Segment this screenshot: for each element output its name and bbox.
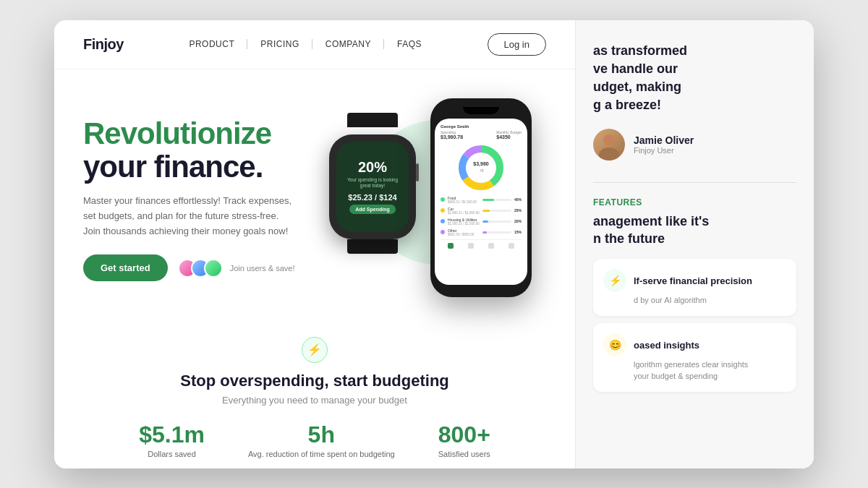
hero-title: Revolutionize your finance. (83, 117, 315, 184)
nav-company[interactable]: COMPANY (312, 39, 384, 49)
author-avatar (593, 129, 625, 160)
donut-chart-container: $3,980 .78 (441, 142, 522, 193)
budget-item: Car $1,860.21 / $1,800.00 25% (441, 207, 522, 215)
testimonial-author: Jamie Oliver Finjoy User (593, 129, 796, 160)
hero-text: Revolutionize your finance. Master your … (83, 117, 315, 282)
stat-number-hours: 5h (248, 423, 395, 446)
feature-card-2-header: 😊 oased insights (603, 333, 786, 356)
watch-crown (416, 163, 419, 181)
svg-point-7 (603, 134, 615, 146)
phone-user: George Smith (441, 124, 522, 129)
feature-card-1-title: lf-serve financial precision (634, 275, 752, 286)
feature-card-2-desc: lgorithm generates clear insightsyour bu… (603, 359, 786, 382)
hero-avatars: Join users & save! (178, 259, 295, 278)
phone-notch (463, 107, 499, 114)
stat-label-users: Satisfied users (438, 449, 490, 460)
author-role: Finjoy User (634, 146, 694, 155)
stats-section: ⚡ Stop overspending, start budgeting Eve… (54, 322, 575, 468)
watch-message: Your spending is looking great today! (342, 177, 403, 189)
nav-faqs[interactable]: FAQS (384, 39, 435, 49)
watch-band-top (347, 113, 398, 127)
nav-product[interactable]: PRODUCT (176, 39, 247, 49)
watch-percent: 20% (358, 159, 387, 176)
stats-icon: ⚡ (302, 337, 328, 363)
phone-device: George Smith Spending $3,980.78 Monthly … (430, 98, 542, 301)
phone-nav-chart (488, 243, 494, 249)
stat-number-dollars: $5.1m (139, 423, 205, 446)
features-label: Features (593, 197, 796, 207)
feature-card-1: ⚡ lf-serve financial precision d by our … (593, 259, 796, 316)
stat-label-dollars: Dollars saved (139, 449, 205, 460)
svg-point-8 (599, 147, 619, 160)
nav-pricing[interactable]: PRICING (247, 39, 312, 49)
stat-label-hours: Avg. reduction of time spent on budgetin… (248, 449, 395, 460)
testimonial-text: as transformedve handle ourudget, making… (593, 42, 796, 115)
watch-amount: $25.23 / $124 (348, 193, 396, 202)
feature-card-2: 😊 oased insights lgorithm generates clea… (593, 323, 796, 392)
main-content: Finjoy PRODUCT PRICING COMPANY FAQS Log … (54, 20, 575, 468)
phone-body: George Smith Spending $3,980.78 Monthly … (430, 98, 532, 297)
feature-icon-2: 😊 (603, 333, 626, 356)
stat-dollars: $5.1m Dollars saved (139, 423, 205, 460)
stats-subtitle: Everything you need to manage your budge… (83, 395, 546, 406)
feature-icon-1: ⚡ (603, 269, 626, 292)
feature-card-1-header: ⚡ lf-serve financial precision (603, 269, 786, 292)
svg-text:$3,980: $3,980 (473, 161, 489, 167)
donut-chart-svg: $3,980 .78 (456, 142, 506, 193)
watch-band-bottom (347, 239, 398, 254)
get-started-button[interactable]: Get started (83, 254, 168, 281)
author-info: Jamie Oliver Finjoy User (634, 134, 694, 155)
budget-items: Food $568.21 / $1,500.00 40% Car $1,860.… (441, 196, 522, 236)
phone-nav-home (448, 243, 454, 249)
nav-links: PRODUCT PRICING COMPANY FAQS (176, 39, 435, 49)
stats-title: Stop overspending, start budgeting (83, 372, 546, 390)
features-title: anagement like it'sn the future (593, 213, 796, 247)
watch-add-button: Add Spending (349, 205, 395, 214)
budget-item: Other $501.54 / $550.00 15% (441, 228, 522, 236)
join-text: Join users & save! (230, 264, 295, 273)
logo: Finjoy (83, 36, 124, 53)
browser-window: Finjoy PRODUCT PRICING COMPANY FAQS Log … (54, 20, 814, 468)
budget-item: Food $568.21 / $1,500.00 40% (441, 196, 522, 204)
phone-nav-list (468, 243, 474, 249)
watch-screen: 20% Your spending is looking great today… (336, 142, 409, 232)
stat-hours: 5h Avg. reduction of time spent on budge… (248, 423, 395, 460)
hero-devices: 20% Your spending is looking great today… (315, 91, 546, 308)
spending-info: Spending $3,980.78 (441, 130, 463, 140)
budget-info: Monthly Budget $4350 (496, 130, 522, 140)
right-panel: as transformedve handle ourudget, making… (575, 20, 814, 468)
hero-subtitle: Master your finances effortlessly! Track… (83, 194, 293, 239)
hero-cta: Get started Join users & save! (83, 254, 315, 281)
feature-card-2-title: oased insights (634, 340, 699, 351)
avatar-3 (204, 259, 223, 278)
svg-text:.78: .78 (479, 168, 484, 173)
phone-subheader: Spending $3,980.78 Monthly Budget $4350 (441, 130, 522, 140)
feature-card-1-desc: d by our AI algorithm (603, 295, 786, 306)
author-name: Jamie Oliver (634, 134, 694, 146)
avatar-group (178, 259, 223, 278)
budget-item: Housing & Utilities $1,050.21 / $1,500.0… (441, 218, 522, 226)
phone-nav (441, 239, 522, 249)
divider (593, 182, 796, 183)
watch-body: 20% Your spending is looking great today… (329, 134, 416, 239)
stats-grid: $5.1m Dollars saved 5h Avg. reduction of… (83, 423, 546, 460)
phone-screen: George Smith Spending $3,980.78 Monthly … (435, 119, 527, 285)
phone-nav-trend (509, 243, 514, 249)
stat-number-users: 800+ (438, 423, 490, 446)
hero-section: Revolutionize your finance. Master your … (54, 69, 575, 322)
watch-device: 20% Your spending is looking great today… (322, 113, 423, 232)
stat-users: 800+ Satisfied users (438, 423, 490, 460)
login-button[interactable]: Log in (488, 33, 546, 56)
navbar: Finjoy PRODUCT PRICING COMPANY FAQS Log … (54, 20, 575, 69)
